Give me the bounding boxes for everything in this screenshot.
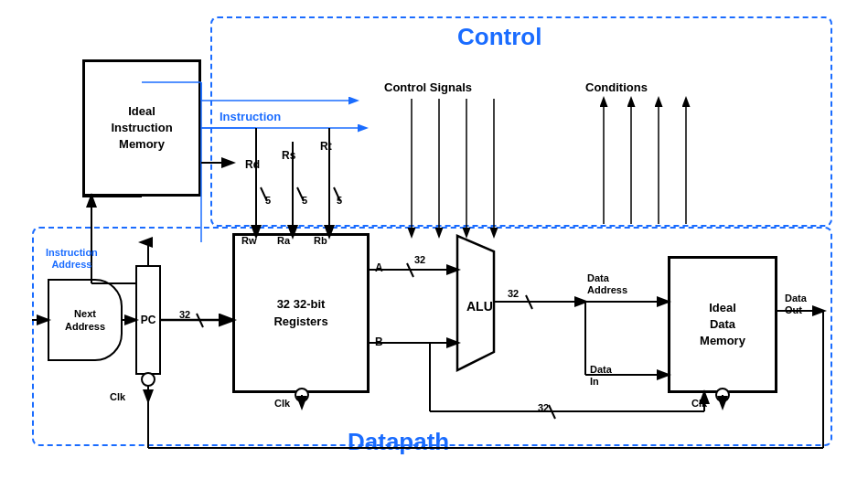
registers-label: 32 32-bit Registers (273, 296, 327, 329)
rd-label: Rd (245, 158, 260, 171)
rb-label: Rb (314, 235, 327, 246)
control-label: Control (457, 23, 541, 51)
conditions-label: Conditions (585, 80, 648, 94)
control-signals-label: Control Signals (384, 80, 472, 94)
a-port-label: A (375, 261, 383, 274)
ideal-instruction-memory-label: Ideal Instruction Memory (111, 103, 172, 154)
clk-pc-label: Clk (110, 391, 125, 402)
data-out-label: Data Out (785, 293, 807, 316)
ra-label: Ra (277, 235, 290, 246)
bit5-rt-label: 5 (337, 195, 342, 206)
ideal-instruction-memory-box: Ideal Instruction Memory (82, 59, 201, 197)
clk-mem-label: Clk (691, 398, 707, 409)
rt-label: Rt (320, 140, 332, 153)
instruction-label: Instruction (220, 110, 281, 123)
rw-label: Rw (241, 235, 257, 246)
bit32-a-label: 32 (414, 254, 425, 265)
datapath-label: Datapath (348, 428, 449, 456)
bit32-reg-label: 32 (179, 309, 190, 320)
bit5-rs-label: 5 (302, 195, 307, 206)
pc-label: PC (141, 314, 156, 326)
bit32-alu-label: 32 (508, 288, 519, 299)
registers-box: 32 32-bit Registers (232, 233, 370, 393)
rs-label: Rs (282, 149, 295, 162)
data-address-label: Data Address (587, 272, 627, 296)
ideal-data-memory-label: Ideal Data Memory (700, 300, 745, 350)
instruction-address-label: Instruction Address (46, 247, 98, 271)
bit32-b-label: 32 (538, 402, 549, 413)
data-in-label: Data In (590, 364, 612, 388)
diagram: { "title": "CPU Datapath and Control Dia… (0, 0, 868, 490)
next-address-box: Next Address (48, 279, 123, 361)
pc-box: PC (135, 265, 161, 375)
clk-reg-label: Clk (274, 398, 290, 409)
bit5-rd-label: 5 (265, 195, 271, 206)
ideal-data-memory-box: Ideal Data Memory (668, 256, 777, 393)
b-port-label: B (375, 336, 383, 348)
next-address-label: Next Address (65, 307, 105, 334)
